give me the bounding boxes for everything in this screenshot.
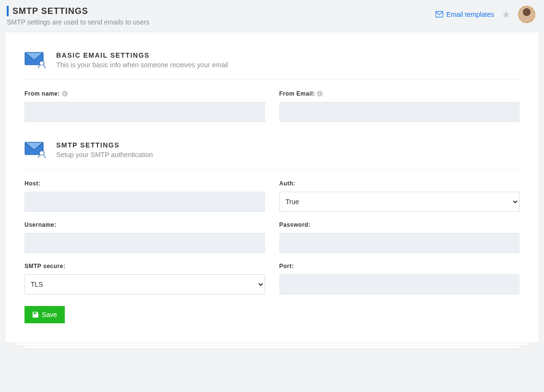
save-button[interactable]: Save	[24, 306, 65, 323]
field-password: Password:	[279, 221, 520, 253]
envelope-user-icon	[24, 141, 47, 159]
section-smtp: SMTP SETTINGS Setup your SMTP authentica…	[24, 141, 520, 323]
host-input[interactable]	[24, 192, 265, 212]
avatar[interactable]	[518, 6, 535, 23]
section-basic-desc: This is your basic info when someone rec…	[56, 61, 228, 69]
section-basic-title: BASIC EMAIL SETTINGS	[56, 51, 228, 59]
header-accent-bar	[7, 6, 9, 16]
port-label: Port:	[279, 263, 520, 270]
field-auth: Auth: True	[279, 180, 520, 212]
section-smtp-desc: Setup your SMTP authentication	[56, 151, 153, 159]
page-subtitle: SMTP settings are used to send emails to…	[7, 18, 149, 26]
host-label: Host:	[24, 180, 265, 187]
email-templates-link[interactable]: Email templates	[435, 11, 494, 18]
page-title: SMTP SETTINGS	[12, 6, 88, 16]
auth-select[interactable]: True	[279, 192, 520, 212]
section-basic-email: BASIC EMAIL SETTINGS This is your basic …	[24, 51, 520, 122]
auth-label: Auth:	[279, 180, 520, 187]
save-button-label: Save	[42, 311, 57, 318]
username-input[interactable]	[24, 233, 265, 253]
password-input[interactable]	[279, 233, 520, 253]
username-label: Username:	[24, 221, 265, 228]
field-port: Port:	[279, 263, 520, 294]
smtp-secure-select[interactable]: TLS	[24, 274, 265, 294]
from-email-input[interactable]	[279, 102, 520, 122]
save-icon	[32, 311, 39, 318]
info-icon[interactable]: i	[62, 91, 68, 97]
svg-rect-6	[36, 313, 36, 314]
field-username: Username:	[24, 221, 265, 253]
from-email-label: From Email: i	[279, 90, 520, 97]
password-label: Password:	[279, 221, 520, 228]
info-icon[interactable]: i	[317, 91, 323, 97]
port-input[interactable]	[279, 274, 520, 294]
from-name-input[interactable]	[24, 102, 265, 122]
smtp-secure-label: SMTP secure:	[24, 263, 265, 270]
from-name-label: From name: i	[24, 90, 265, 97]
envelope-icon	[435, 11, 443, 18]
page-header: SMTP SETTINGS SMTP settings are used to …	[5, 0, 539, 32]
envelope-user-icon	[24, 51, 47, 69]
svg-rect-5	[34, 312, 36, 314]
main-card: BASIC EMAIL SETTINGS This is your basic …	[5, 32, 539, 343]
star-icon[interactable]: ★	[502, 9, 510, 20]
field-host: Host:	[24, 180, 265, 212]
field-from-name: From name: i	[24, 90, 265, 122]
card-shadow-2	[24, 346, 520, 349]
field-smtp-secure: SMTP secure: TLS	[24, 263, 265, 294]
section-smtp-title: SMTP SETTINGS	[56, 141, 153, 149]
email-templates-label: Email templates	[446, 11, 494, 18]
field-from-email: From Email: i	[279, 90, 520, 122]
